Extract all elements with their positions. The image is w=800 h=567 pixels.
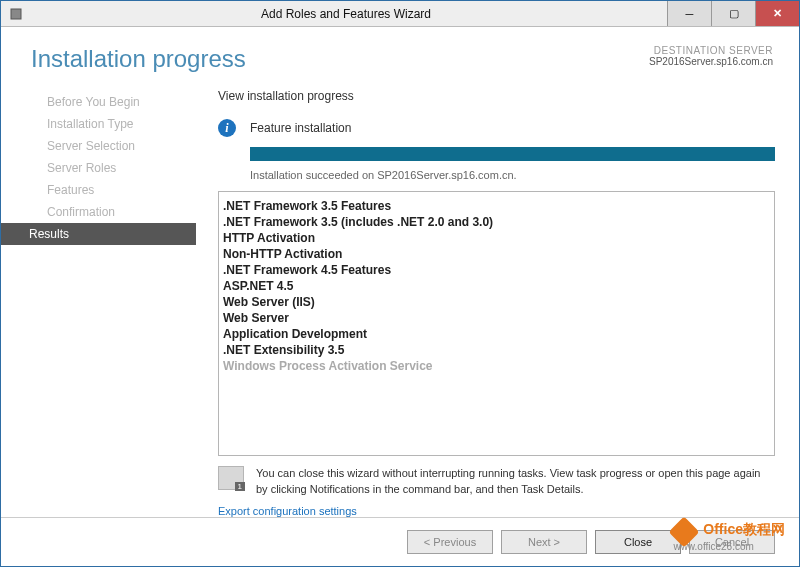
previous-button: < Previous: [407, 530, 493, 554]
page-title: Installation progress: [31, 45, 246, 73]
flag-icon: [218, 466, 244, 490]
note-text: You can close this wizard without interr…: [256, 466, 775, 497]
sidebar-item-confirmation: Confirmation: [1, 201, 196, 223]
sidebar-item-server-selection: Server Selection: [1, 135, 196, 157]
feature-item: ASP.NET 4.5: [223, 278, 770, 294]
minimize-button[interactable]: ─: [667, 1, 711, 26]
progress-bar: [250, 147, 775, 161]
wizard-window: Add Roles and Features Wizard ─ ▢ ✕ Inst…: [0, 0, 800, 567]
feature-item: Web Server (IIS): [223, 294, 770, 310]
feature-item: .NET Framework 3.5 (includes .NET 2.0 an…: [223, 214, 770, 230]
sidebar-item-installation-type: Installation Type: [1, 113, 196, 135]
wizard-footer: < Previous Next > Close Cancel: [1, 517, 799, 566]
sidebar-item-features: Features: [1, 179, 196, 201]
feature-item: Non-HTTP Activation: [223, 246, 770, 262]
note-row: You can close this wizard without interr…: [218, 456, 775, 505]
sidebar-item-results[interactable]: Results: [1, 223, 196, 245]
export-config-link[interactable]: Export configuration settings: [218, 505, 775, 517]
destination-server-name: SP2016Server.sp16.com.cn: [649, 56, 773, 67]
feature-item: Web Server: [223, 310, 770, 326]
feature-item: Application Development: [223, 326, 770, 342]
feature-item: .NET Framework 4.5 Features: [223, 262, 770, 278]
window-buttons: ─ ▢ ✕: [667, 1, 799, 26]
svg-rect-0: [11, 9, 21, 19]
feature-item: Windows Process Activation Service: [223, 358, 770, 374]
wizard-sidebar: Before You Begin Installation Type Serve…: [1, 85, 196, 517]
destination-label: DESTINATION SERVER: [649, 45, 773, 56]
feature-list[interactable]: .NET Framework 3.5 Features .NET Framewo…: [218, 191, 775, 456]
sidebar-item-server-roles: Server Roles: [1, 157, 196, 179]
app-icon: [7, 5, 25, 23]
status-row: i Feature installation: [218, 119, 775, 137]
info-icon: i: [218, 119, 236, 137]
wizard-main: View installation progress i Feature ins…: [196, 85, 799, 517]
maximize-button[interactable]: ▢: [711, 1, 755, 26]
sidebar-item-before-you-begin: Before You Begin: [1, 91, 196, 113]
feature-item: HTTP Activation: [223, 230, 770, 246]
close-button[interactable]: ✕: [755, 1, 799, 26]
close-wizard-button[interactable]: Close: [595, 530, 681, 554]
wizard-header: Installation progress DESTINATION SERVER…: [1, 27, 799, 85]
cancel-button: Cancel: [689, 530, 775, 554]
titlebar[interactable]: Add Roles and Features Wizard ─ ▢ ✕: [1, 1, 799, 27]
main-heading: View installation progress: [218, 89, 775, 103]
status-message: Installation succeeded on SP2016Server.s…: [250, 169, 775, 181]
feature-item: .NET Extensibility 3.5: [223, 342, 770, 358]
window-title: Add Roles and Features Wizard: [25, 7, 667, 21]
wizard-body: Before You Begin Installation Type Serve…: [1, 85, 799, 517]
destination-server-info: DESTINATION SERVER SP2016Server.sp16.com…: [649, 45, 773, 67]
status-label: Feature installation: [250, 121, 351, 135]
next-button: Next >: [501, 530, 587, 554]
feature-item: .NET Framework 3.5 Features: [223, 198, 770, 214]
